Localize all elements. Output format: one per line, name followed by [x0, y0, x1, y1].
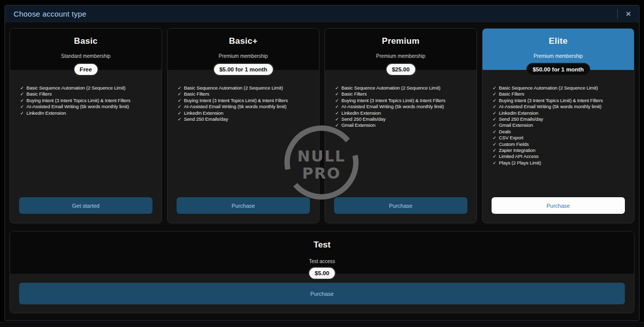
- plan-card-test: Test Test access $5.00 Purchase: [10, 231, 634, 313]
- feature-item: ✓Basic Sequence Automation (2 Sequence L…: [493, 85, 628, 91]
- check-icon: ✓: [20, 98, 24, 104]
- check-icon: ✓: [493, 147, 496, 153]
- price-pill: $5.00: [308, 267, 336, 280]
- plan-card-basic: Basic Standard membership Free ✓Basic Se…: [10, 28, 162, 223]
- feature-item: ✓Send 250 Emails/day: [335, 116, 470, 122]
- features-list: ✓Basic Sequence Automation (2 Sequence L…: [325, 85, 476, 129]
- feature-text: Gmail Extension: [341, 122, 375, 128]
- modal-title: Choose account type: [14, 10, 87, 18]
- test-plan-header: Test Test access $5.00: [10, 231, 634, 274]
- page-background: Choose account type × Basic Standard mem…: [0, 0, 644, 327]
- feature-text: AI-Assisted Email Writing (5k words mont…: [184, 104, 286, 110]
- check-icon: ✓: [493, 153, 496, 159]
- purchase-button-test[interactable]: Purchase: [19, 283, 625, 304]
- purchase-button-elite[interactable]: Purchase: [492, 197, 625, 214]
- feature-text: Basic Filters: [184, 91, 209, 97]
- purchase-button-basic-plus[interactable]: Purchase: [177, 197, 310, 214]
- feature-text: Basic Sequence Automation (2 Sequence Li…: [26, 85, 125, 91]
- feature-text: Basic Filters: [26, 91, 51, 97]
- feature-item: ✓AI-Assisted Email Writing (5k words mon…: [20, 104, 155, 110]
- plan-header: Premium Premium membership $25.00: [325, 29, 476, 70]
- feature-item: ✓Basic Filters: [335, 91, 470, 97]
- feature-item: ✓Zapier Integration: [493, 147, 628, 153]
- features-list: ✓Basic Sequence Automation (2 Sequence L…: [10, 85, 162, 116]
- feature-text: Send 250 Emails/day: [184, 116, 228, 122]
- feature-item: ✓Basic Sequence Automation (2 Sequence L…: [335, 85, 470, 91]
- feature-item: ✓Basic Filters: [178, 91, 313, 97]
- feature-text: LinkedIn Extension: [499, 110, 538, 116]
- plan-card-elite: Best value Elite Premium membership $50.…: [482, 28, 634, 223]
- plan-card-basic-plus: Basic+ Premium membership $5.00 for 1 mo…: [167, 28, 319, 223]
- feature-text: Buying Intent (3 Intent Topics Limit) & …: [341, 98, 445, 104]
- features-list: ✓Basic Sequence Automation (2 Sequence L…: [168, 85, 319, 122]
- feature-text: Basic Sequence Automation (2 Sequence Li…: [499, 85, 598, 91]
- feature-text: Limited API Access: [499, 153, 538, 159]
- check-icon: ✓: [178, 110, 181, 116]
- check-icon: ✓: [178, 98, 181, 104]
- check-icon: ✓: [178, 116, 181, 122]
- check-icon: ✓: [335, 110, 339, 116]
- page-bottom-strip: [0, 322, 644, 327]
- feature-text: CSV Export: [499, 135, 523, 141]
- get-started-button[interactable]: Get started: [19, 197, 152, 214]
- check-icon: ✓: [335, 98, 339, 104]
- feature-item: ✓Basic Filters: [20, 91, 155, 97]
- feature-text: Basic Sequence Automation (2 Sequence Li…: [341, 85, 440, 91]
- feature-item: ✓Gmail Extension: [335, 122, 470, 128]
- plan-subtitle: Standard membership: [10, 53, 162, 59]
- feature-item: ✓Limited API Access: [493, 153, 628, 159]
- feature-text: Custom Fields: [499, 141, 528, 147]
- check-icon: ✓: [178, 104, 181, 110]
- titlebar-divider: [617, 9, 618, 18]
- feature-text: AI-Assisted Email Writing (5k words mont…: [26, 104, 129, 110]
- feature-text: LinkedIn Extension: [184, 110, 223, 116]
- price-pill: $25.00: [385, 63, 416, 76]
- feature-text: Gmail Extension: [499, 122, 533, 128]
- check-icon: ✓: [493, 110, 496, 116]
- feature-item: ✓Plays (2 Plays Limit): [493, 160, 628, 166]
- check-icon: ✓: [493, 135, 496, 141]
- check-icon: ✓: [493, 129, 496, 135]
- purchase-button-premium[interactable]: Purchase: [334, 197, 467, 214]
- feature-text: LinkedIn Extension: [26, 110, 65, 116]
- plan-header: Elite Premium membership $50.00 for 1 mo…: [482, 29, 634, 70]
- feature-item: ✓Send 250 Emails/day: [178, 116, 313, 122]
- feature-text: Send 250 Emails/day: [341, 116, 385, 122]
- feature-text: Basic Filters: [499, 91, 524, 97]
- plan-subtitle: Premium membership: [325, 53, 476, 59]
- check-icon: ✓: [493, 91, 496, 97]
- check-icon: ✓: [178, 85, 181, 91]
- plan-header: Basic Standard membership Free: [10, 29, 162, 70]
- plan-body: ✓Basic Sequence Automation (2 Sequence L…: [168, 70, 319, 223]
- feature-item: ✓AI-Assisted Email Writing (5k words mon…: [178, 104, 313, 110]
- modal-content: Basic Standard membership Free ✓Basic Se…: [5, 22, 639, 313]
- check-icon: ✓: [335, 122, 339, 128]
- check-icon: ✓: [493, 116, 496, 122]
- feature-item: ✓LinkedIn Extension: [20, 110, 155, 116]
- features-list: ✓Basic Sequence Automation (2 Sequence L…: [482, 85, 634, 166]
- check-icon: ✓: [20, 91, 24, 97]
- feature-item: ✓LinkedIn Extension: [335, 110, 470, 116]
- feature-item: ✓Gmail Extension: [493, 122, 628, 128]
- check-icon: ✓: [335, 85, 339, 91]
- feature-item: ✓CSV Export: [493, 135, 628, 141]
- feature-item: ✓Buying Intent (3 Intent Topics Limit) &…: [335, 98, 470, 104]
- plan-title: Premium: [325, 36, 476, 46]
- close-button[interactable]: ×: [623, 9, 634, 19]
- feature-text: Basic Filters: [341, 91, 366, 97]
- plan-subtitle: Premium membership: [482, 53, 634, 59]
- feature-text: AI-Assisted Email Writing (5k words mont…: [499, 104, 601, 110]
- test-plan-subtitle: Test access: [10, 259, 634, 264]
- plan-body: ✓Basic Sequence Automation (2 Sequence L…: [325, 70, 476, 223]
- price-pill: Free: [73, 63, 98, 76]
- check-icon: ✓: [493, 141, 496, 147]
- plan-title: Basic+: [168, 36, 319, 46]
- test-plan-title: Test: [10, 240, 634, 250]
- plan-body: ✓Basic Sequence Automation (2 Sequence L…: [482, 70, 634, 223]
- feature-text: Plays (2 Plays Limit): [499, 160, 541, 166]
- check-icon: ✓: [178, 91, 181, 97]
- check-icon: ✓: [20, 85, 24, 91]
- check-icon: ✓: [493, 122, 496, 128]
- price-pill: $5.00 for 1 month: [213, 63, 274, 76]
- check-icon: ✓: [493, 98, 496, 104]
